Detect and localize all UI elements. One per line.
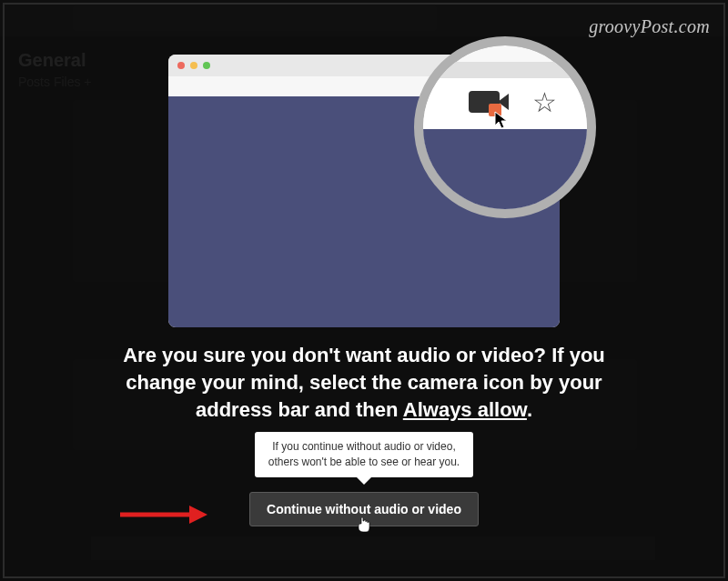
permission-illustration: ☆: [168, 55, 560, 322]
illustration-zoom-lens: ☆: [414, 36, 596, 218]
continue-button-label: Continue without audio or video: [267, 502, 461, 516]
dialog-heading: Are you sure you don't want audio or vid…: [91, 342, 637, 423]
window-close-dot-icon: [177, 62, 185, 69]
permission-dialog: ☆ Are you sure you don't want audio or v…: [55, 27, 673, 554]
continue-tooltip: If you continue without audio or video, …: [255, 432, 473, 477]
window-minimize-dot-icon: [190, 62, 197, 69]
dialog-heading-part-a: Are you sure you don't want audio or vid…: [123, 344, 605, 420]
dialog-heading-tail: .: [527, 398, 532, 421]
continue-tooltip-text: If you continue without audio or video, …: [268, 440, 460, 468]
dialog-heading-underline: Always allow: [403, 398, 527, 421]
continue-without-av-button[interactable]: Continue without audio or video: [249, 492, 479, 526]
cursor-hand-icon: [357, 516, 371, 536]
bookmark-star-icon: ☆: [532, 89, 557, 116]
window-maximize-dot-icon: [203, 62, 210, 69]
